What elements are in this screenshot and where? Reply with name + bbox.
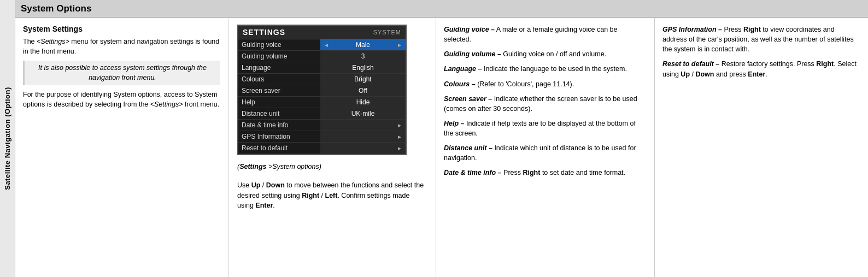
entry-text: Press Right to set date and time format.	[502, 169, 625, 176]
entry-title: Reset to default –	[662, 60, 719, 68]
vertical-label: Satellite Navigation (Option)	[0, 0, 15, 277]
col1-para1: The <Settings> menu for system and navig…	[23, 37, 220, 56]
settings-row-label: Guiding voice	[238, 39, 320, 50]
col1-para2: For the purpose of identifying System op…	[23, 90, 220, 109]
arrow-left-icon: ◄	[324, 42, 329, 48]
entry-title: Screen saver –	[444, 95, 492, 103]
col2-settings-panel-area: SETTINGS SYSTEM Guiding voice◄Male►Guidi…	[228, 18, 436, 277]
settings-row-value: ►	[320, 120, 406, 131]
settings-row-label: GPS Information	[238, 131, 320, 142]
list-item: Reset to default – Restore factory setti…	[662, 59, 860, 79]
page-header: System Options	[15, 0, 868, 17]
arrow-right-icon: ►	[397, 42, 402, 48]
entry-title: Date & time info –	[444, 169, 502, 176]
col4-entries-container: GPS Information – Press Right to view co…	[662, 25, 860, 79]
settings-row-value: Hide	[320, 97, 406, 108]
col2-description: Use Up / Down to move between the functi…	[237, 180, 427, 211]
entry-title: Distance unit –	[444, 144, 492, 152]
row-val-text: Male	[329, 41, 397, 49]
col3-descriptions: Guiding voice – A male or a female guidi…	[436, 18, 655, 277]
row-val-text: English	[324, 64, 402, 72]
settings-row-label: Colours	[238, 74, 320, 85]
entry-text: Indicate if help texts are to be display…	[444, 120, 636, 137]
submenu-arrow-icon: ►	[397, 145, 402, 151]
list-item: Date & time info – Press Right to set da…	[444, 168, 647, 178]
settings-title-bar: SETTINGS SYSTEM	[238, 26, 406, 39]
settings-row: Screen saverOff	[238, 85, 406, 97]
settings-row-value: Off	[320, 85, 406, 96]
list-item: Guiding volume – Guiding voice on / off …	[444, 49, 647, 59]
settings-title-right: SYSTEM	[373, 29, 401, 36]
list-item: Guiding voice – A male or a female guidi…	[444, 25, 647, 44]
settings-row: Guiding voice◄Male►	[238, 39, 406, 51]
settings-row: GPS Information►	[238, 131, 406, 143]
row-val-text: Bright	[324, 75, 402, 83]
settings-row-value: ►	[320, 131, 406, 142]
submenu-arrow-icon: ►	[397, 122, 402, 128]
settings-row-label: Reset to default	[238, 143, 320, 154]
entry-text: (Refer to 'Colours', page 11.14).	[476, 80, 574, 88]
settings-row: Date & time info►	[238, 120, 406, 131]
entry-title: Language –	[444, 65, 482, 73]
list-item: Screen saver – Indicate whether the scre…	[444, 94, 647, 114]
settings-row-label: Screen saver	[238, 85, 320, 96]
settings-row-label: Language	[238, 62, 320, 73]
entry-title: Guiding volume –	[444, 50, 501, 58]
entry-text: Indicate the language to be used in the …	[482, 65, 626, 73]
settings-title-left: SETTINGS	[243, 28, 285, 37]
submenu-arrow-icon: ►	[397, 134, 402, 140]
list-item: Distance unit – Indicate which unit of d…	[444, 143, 647, 163]
settings-row: LanguageEnglish	[238, 62, 406, 74]
col1-italic-note: It is also possible to access system set…	[23, 61, 220, 85]
settings-row: ColoursBright	[238, 74, 406, 85]
col1-system-settings: System Settings The <Settings> menu for …	[15, 18, 228, 277]
row-val-text: 3	[324, 52, 402, 60]
settings-row: Distance unitUK-mile	[238, 108, 406, 120]
entry-title: GPS Information –	[662, 26, 722, 33]
settings-row-label: Distance unit	[238, 108, 320, 119]
settings-row-value: Bright	[320, 74, 406, 85]
entry-title: Guiding voice –	[444, 26, 495, 33]
list-item: Language – Indicate the language to be u…	[444, 64, 647, 74]
settings-row-value: ◄Male►	[320, 39, 406, 50]
list-item: GPS Information – Press Right to view co…	[662, 25, 860, 54]
row-val-text: Hide	[324, 98, 402, 106]
entry-title: Colours –	[444, 80, 476, 88]
row-val-text: Off	[324, 87, 402, 95]
settings-row-value: English	[320, 62, 406, 73]
col3-entries-container: Guiding voice – A male or a female guidi…	[444, 25, 647, 178]
row-val-text: UK-mile	[324, 110, 402, 117]
settings-row-label: Guiding volume	[238, 51, 320, 62]
settings-row-label: Date & time info	[238, 120, 320, 131]
settings-rows: Guiding voice◄Male►Guiding volume3Langua…	[238, 39, 406, 154]
entry-title: Help –	[444, 120, 465, 127]
settings-row-value: 3	[320, 51, 406, 62]
settings-row: Reset to default►	[238, 143, 406, 154]
entry-text: Guiding voice on / off and volume.	[501, 50, 606, 58]
list-item: Colours – (Refer to 'Colours', page 11.1…	[444, 79, 647, 89]
settings-row-label: Help	[238, 97, 320, 108]
settings-row: HelpHide	[238, 97, 406, 108]
list-item: Help – Indicate if help texts are to be …	[444, 119, 647, 138]
settings-row-value: ►	[320, 143, 406, 154]
settings-row-value: UK-mile	[320, 108, 406, 119]
col4-gps-reset: GPS Information – Press Right to view co…	[655, 18, 868, 277]
col1-title: System Settings	[23, 25, 220, 33]
settings-panel: SETTINGS SYSTEM Guiding voice◄Male►Guidi…	[237, 25, 407, 155]
col2-caption: (Settings >System options)	[237, 162, 427, 172]
settings-row: Guiding volume3	[238, 51, 406, 62]
